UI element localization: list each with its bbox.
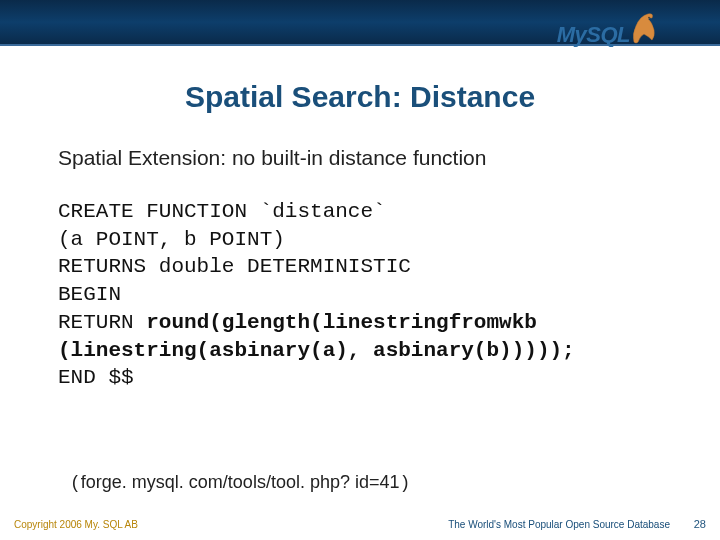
subtitle: Spatial Extension: no built-in distance … <box>58 146 670 170</box>
tagline: The World's Most Popular Open Source Dat… <box>448 519 670 530</box>
svg-point-0 <box>648 17 650 19</box>
code-line: (a POINT, b POINT) <box>58 228 285 251</box>
paren-open: ( <box>70 473 81 493</box>
code-bold: (linestring(asbinary(a), asbinary(b)))))… <box>58 339 575 362</box>
logo-text: MySQL <box>557 22 630 48</box>
code-line: END $$ <box>58 366 134 389</box>
paren-close: ) <box>400 473 411 493</box>
mysql-logo: MySQL <box>557 8 658 48</box>
slide-content: Spatial Extension: no built-in distance … <box>58 146 670 392</box>
copyright: Copyright 2006 My. SQL AB <box>14 519 138 530</box>
code-line: BEGIN <box>58 283 121 306</box>
reference-url: (forge. mysql. com/tools/tool. php? id=4… <box>70 472 410 493</box>
page-number: 28 <box>694 518 706 530</box>
code-block: CREATE FUNCTION `distance` (a POINT, b P… <box>58 198 670 392</box>
url-text: forge. mysql. com/tools/tool. php? id=41 <box>81 472 400 492</box>
slide-title: Spatial Search: Distance <box>0 80 720 114</box>
code-bold: round(glength(linestringfromwkb <box>146 311 537 334</box>
dolphin-icon <box>628 8 658 48</box>
code-line: RETURNS double DETERMINISTIC <box>58 255 411 278</box>
code-line: CREATE FUNCTION `distance` <box>58 200 386 223</box>
code-line: RETURN <box>58 311 146 334</box>
